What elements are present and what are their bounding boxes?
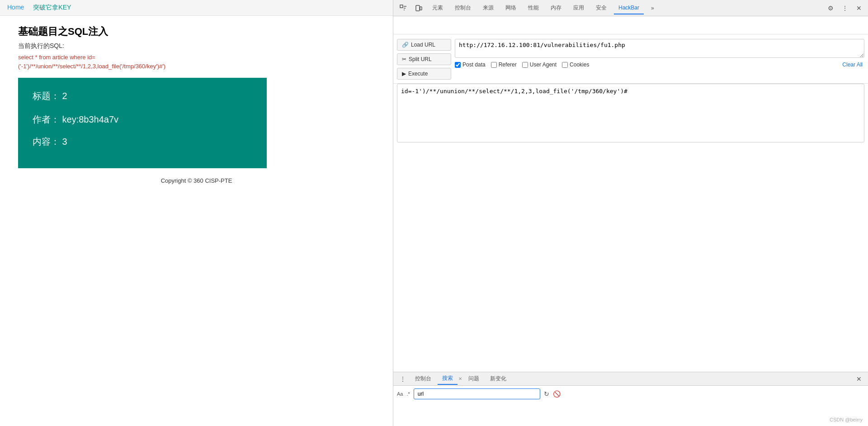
svg-rect-0 <box>400 5 403 8</box>
sql-label: 当前执行的SQL: <box>18 42 375 50</box>
console-tab-bar: ⋮ 控制台 搜索 ✕ 问题 新变化 ✕ <box>393 372 868 386</box>
console-close-icon[interactable]: ✕ <box>854 374 864 383</box>
load-url-icon: 🔗 <box>402 42 409 48</box>
hackbar-panel: 🔗 Load URL ✂ Split URL ▶ Execute http://… <box>393 16 868 372</box>
console-tab-menu-icon[interactable]: ⋮ <box>397 374 409 383</box>
console-panel: ⋮ 控制台 搜索 ✕ 问题 新变化 ✕ Aa .* ↻ 🚫 <box>393 372 868 426</box>
tab-hackbar[interactable]: HackBar <box>614 2 644 14</box>
referer-checkbox-group: Referer <box>491 62 517 68</box>
console-search-refresh-icon[interactable]: ↻ <box>544 390 549 398</box>
tab-sources[interactable]: 来源 <box>478 1 498 14</box>
post-data-textarea[interactable]: id=-1')/**/ununion/**/select/**/1,2,3,lo… <box>397 84 864 142</box>
post-data-checkbox-group: Post data <box>455 62 486 68</box>
hackbar-options: Post data Referer User Agent Cookie <box>455 61 864 69</box>
hackbar-post-data-area: id=-1')/**/ununion/**/select/**/1,2,3,lo… <box>397 84 864 226</box>
result-author-value: key:8b3h4a7v <box>62 114 119 124</box>
svg-rect-1 <box>416 5 420 11</box>
split-url-icon: ✂ <box>402 56 406 62</box>
webpage-nav: Home 突破它拿KEY <box>0 0 393 16</box>
console-tab-main[interactable]: 控制台 <box>410 373 436 384</box>
result-content-label: 内容： <box>33 137 60 147</box>
result-title-value: 2 <box>62 91 67 101</box>
clear-all-button[interactable]: Clear All <box>840 61 864 69</box>
cookies-checkbox-group: Cookies <box>562 62 589 68</box>
user-agent-label[interactable]: User Agent <box>530 62 557 68</box>
cookies-label[interactable]: Cookies <box>570 62 589 68</box>
devtools-toolbar: 元素 控制台 来源 网络 性能 内存 应用 安全 HackBar » ⚙ ⋮ ✕ <box>393 0 868 16</box>
webpage-content: 基础题目之SQL注入 当前执行的SQL: select * from artic… <box>0 16 393 426</box>
console-regex-label: .* <box>406 391 410 397</box>
cookies-checkbox[interactable] <box>562 62 568 68</box>
copyright: Copyright © 360 CISP-PTE <box>18 168 375 193</box>
webpage-container: Home 突破它拿KEY 基础题目之SQL注入 当前执行的SQL: select… <box>0 0 393 426</box>
result-title-row: 标题： 2 <box>33 89 252 103</box>
result-author-label: 作者： <box>33 114 60 124</box>
hackbar-url-area: http://172.16.12.100:81/vulnerabilities/… <box>455 39 864 80</box>
tab-security[interactable]: 安全 <box>591 1 611 14</box>
post-data-label[interactable]: Post data <box>462 62 486 68</box>
console-tab-changes[interactable]: 新变化 <box>486 373 511 384</box>
referer-label[interactable]: Referer <box>499 62 517 68</box>
settings-icon[interactable]: ⚙ <box>825 3 836 14</box>
tab-performance[interactable]: 性能 <box>524 1 543 14</box>
console-case-sensitive-label: Aa <box>397 391 403 397</box>
more-options-icon[interactable]: ⋮ <box>839 3 851 14</box>
split-url-button[interactable]: ✂ Split URL <box>397 53 451 65</box>
console-search-input[interactable] <box>414 388 540 399</box>
execute-icon: ▶ <box>402 71 406 77</box>
tab-application[interactable]: 应用 <box>569 1 589 14</box>
nav-key-link[interactable]: 突破它拿KEY <box>33 4 71 12</box>
sql-query: select * from article where id= ('-1')/*… <box>18 53 375 71</box>
execute-button[interactable]: ▶ Execute <box>397 68 451 80</box>
user-agent-checkbox-group: User Agent <box>522 62 557 68</box>
result-content-row: 内容： 3 <box>33 136 252 148</box>
tab-memory[interactable]: 内存 <box>546 1 566 14</box>
user-agent-checkbox[interactable] <box>522 62 528 68</box>
search-tab-close-icon[interactable]: ✕ <box>458 376 462 381</box>
tab-elements[interactable]: 元素 <box>428 1 448 14</box>
result-title-label: 标题： <box>33 91 60 101</box>
inspect-element-icon[interactable] <box>397 3 410 14</box>
close-devtools-icon[interactable]: ✕ <box>854 3 864 14</box>
result-author-row: 作者： key:8b3h4a7v <box>33 112 252 127</box>
console-tab-issues[interactable]: 问题 <box>464 373 484 384</box>
svg-rect-2 <box>420 7 422 10</box>
search-tab-container: 搜索 ✕ <box>438 373 462 385</box>
watermark: CSDN @beirry <box>830 417 863 422</box>
devtools-container: 元素 控制台 来源 网络 性能 内存 应用 安全 HackBar » ⚙ ⋮ ✕… <box>393 0 868 426</box>
tab-network[interactable]: 网络 <box>501 1 521 14</box>
tab-more[interactable]: » <box>646 2 659 14</box>
result-content-value: 3 <box>62 137 67 147</box>
console-search-cancel-icon[interactable]: 🚫 <box>553 390 561 398</box>
result-box: 标题： 2 作者： key:8b3h4a7v 内容： 3 <box>18 78 267 168</box>
load-url-button[interactable]: 🔗 Load URL <box>397 39 451 51</box>
device-toolbar-icon[interactable] <box>412 3 425 14</box>
page-title: 基础题目之SQL注入 <box>18 25 375 38</box>
referer-checkbox[interactable] <box>491 62 497 68</box>
post-data-checkbox[interactable] <box>455 62 461 68</box>
console-search-area: Aa .* ↻ 🚫 <box>393 386 868 402</box>
hackbar-button-group: 🔗 Load URL ✂ Split URL ▶ Execute <box>397 39 451 80</box>
hackbar-top: 🔗 Load URL ✂ Split URL ▶ Execute http://… <box>393 34 868 84</box>
url-input[interactable]: http://172.16.12.100:81/vulnerabilities/… <box>455 39 864 58</box>
hackbar-empty-row <box>393 16 868 34</box>
tab-console[interactable]: 控制台 <box>450 1 476 14</box>
nav-home-link[interactable]: Home <box>7 4 24 12</box>
console-tab-search[interactable]: 搜索 <box>438 373 458 385</box>
hackbar-empty-space <box>393 230 868 372</box>
